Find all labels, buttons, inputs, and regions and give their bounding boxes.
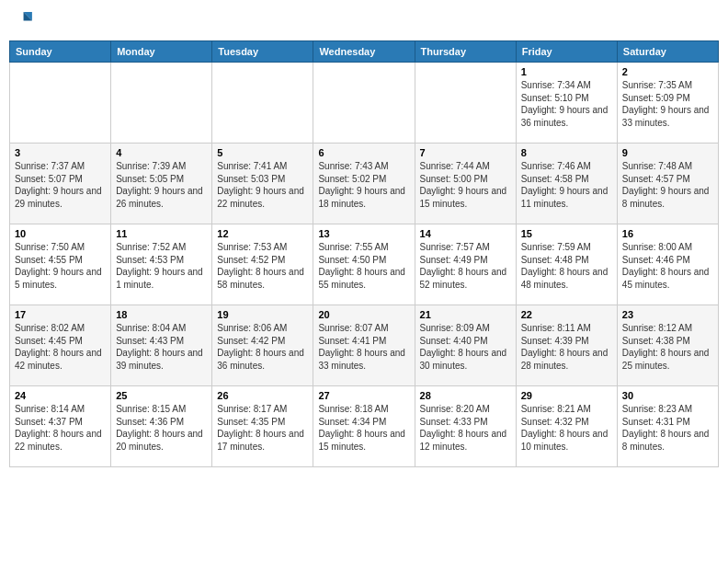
calendar-cell: 2Sunrise: 7:35 AM Sunset: 5:09 PM Daylig… — [617, 63, 718, 144]
weekday-header: Sunday — [10, 41, 111, 63]
day-info: Sunrise: 8:00 AM Sunset: 4:46 PM Dayligh… — [622, 241, 713, 291]
day-info: Sunrise: 8:15 AM Sunset: 4:36 PM Dayligh… — [116, 403, 207, 453]
calendar-cell: 1Sunrise: 7:34 AM Sunset: 5:10 PM Daylig… — [516, 63, 617, 144]
calendar-cell: 18Sunrise: 8:04 AM Sunset: 4:43 PM Dayli… — [111, 305, 212, 386]
day-number: 4 — [116, 147, 207, 158]
weekday-header: Friday — [516, 41, 617, 63]
calendar-cell: 15Sunrise: 7:59 AM Sunset: 4:48 PM Dayli… — [516, 224, 617, 305]
day-info: Sunrise: 8:04 AM Sunset: 4:43 PM Dayligh… — [116, 322, 207, 372]
day-number: 20 — [318, 309, 409, 320]
weekday-header: Monday — [111, 41, 212, 63]
calendar-cell: 17Sunrise: 8:02 AM Sunset: 4:45 PM Dayli… — [10, 305, 111, 386]
day-info: Sunrise: 8:17 AM Sunset: 4:35 PM Dayligh… — [217, 403, 308, 453]
calendar-cell: 11Sunrise: 7:52 AM Sunset: 4:53 PM Dayli… — [111, 224, 212, 305]
calendar-cell — [415, 63, 516, 144]
day-info: Sunrise: 8:14 AM Sunset: 4:37 PM Dayligh… — [15, 403, 106, 453]
calendar-cell: 22Sunrise: 8:11 AM Sunset: 4:39 PM Dayli… — [516, 305, 617, 386]
day-info: Sunrise: 7:37 AM Sunset: 5:07 PM Dayligh… — [15, 160, 106, 210]
calendar-cell: 20Sunrise: 8:07 AM Sunset: 4:41 PM Dayli… — [313, 305, 415, 386]
calendar-week-row: 1Sunrise: 7:34 AM Sunset: 5:10 PM Daylig… — [10, 63, 719, 144]
calendar-week-row: 3Sunrise: 7:37 AM Sunset: 5:07 PM Daylig… — [10, 144, 719, 224]
day-info: Sunrise: 7:59 AM Sunset: 4:48 PM Dayligh… — [521, 241, 612, 291]
day-number: 13 — [318, 228, 409, 239]
weekday-header: Wednesday — [313, 41, 415, 63]
calendar-cell: 9Sunrise: 7:48 AM Sunset: 4:57 PM Daylig… — [617, 144, 718, 224]
calendar-week-row: 10Sunrise: 7:50 AM Sunset: 4:55 PM Dayli… — [10, 224, 719, 305]
day-number: 19 — [217, 309, 308, 320]
day-info: Sunrise: 8:11 AM Sunset: 4:39 PM Dayligh… — [521, 322, 612, 372]
day-info: Sunrise: 8:23 AM Sunset: 4:31 PM Dayligh… — [622, 403, 713, 453]
day-number: 14 — [420, 228, 511, 239]
day-info: Sunrise: 7:41 AM Sunset: 5:03 PM Dayligh… — [217, 160, 308, 210]
day-number: 8 — [521, 147, 612, 158]
day-info: Sunrise: 8:06 AM Sunset: 4:42 PM Dayligh… — [217, 322, 308, 372]
calendar-cell: 4Sunrise: 7:39 AM Sunset: 5:05 PM Daylig… — [111, 144, 212, 224]
day-info: Sunrise: 8:21 AM Sunset: 4:32 PM Dayligh… — [521, 403, 612, 453]
weekday-header: Thursday — [415, 41, 516, 63]
logo-icon — [9, 9, 35, 35]
day-info: Sunrise: 7:34 AM Sunset: 5:10 PM Dayligh… — [521, 79, 612, 129]
day-info: Sunrise: 7:46 AM Sunset: 4:58 PM Dayligh… — [521, 160, 612, 210]
day-info: Sunrise: 7:44 AM Sunset: 5:00 PM Dayligh… — [420, 160, 511, 210]
day-info: Sunrise: 7:53 AM Sunset: 4:52 PM Dayligh… — [217, 241, 308, 291]
day-info: Sunrise: 7:50 AM Sunset: 4:55 PM Dayligh… — [15, 241, 106, 291]
calendar-cell: 10Sunrise: 7:50 AM Sunset: 4:55 PM Dayli… — [10, 224, 111, 305]
day-number: 6 — [318, 147, 409, 158]
logo — [9, 9, 37, 35]
calendar-cell: 19Sunrise: 8:06 AM Sunset: 4:42 PM Dayli… — [212, 305, 313, 386]
calendar-cell: 23Sunrise: 8:12 AM Sunset: 4:38 PM Dayli… — [617, 305, 718, 386]
day-number: 21 — [420, 309, 511, 320]
calendar-cell: 8Sunrise: 7:46 AM Sunset: 4:58 PM Daylig… — [516, 144, 617, 224]
calendar-cell — [111, 63, 212, 144]
day-number: 9 — [622, 147, 713, 158]
day-number: 11 — [116, 228, 207, 239]
day-number: 28 — [420, 390, 511, 401]
day-number: 18 — [116, 309, 207, 320]
calendar-cell: 3Sunrise: 7:37 AM Sunset: 5:07 PM Daylig… — [10, 144, 111, 224]
weekday-header: Saturday — [617, 41, 718, 63]
calendar-cell: 25Sunrise: 8:15 AM Sunset: 4:36 PM Dayli… — [111, 386, 212, 467]
day-number: 29 — [521, 390, 612, 401]
calendar-week-row: 24Sunrise: 8:14 AM Sunset: 4:37 PM Dayli… — [10, 386, 719, 467]
day-number: 5 — [217, 147, 308, 158]
day-number: 2 — [622, 66, 713, 77]
day-info: Sunrise: 7:55 AM Sunset: 4:50 PM Dayligh… — [318, 241, 409, 291]
day-info: Sunrise: 8:20 AM Sunset: 4:33 PM Dayligh… — [420, 403, 511, 453]
day-number: 16 — [622, 228, 713, 239]
day-info: Sunrise: 8:12 AM Sunset: 4:38 PM Dayligh… — [622, 322, 713, 372]
calendar-cell: 14Sunrise: 7:57 AM Sunset: 4:49 PM Dayli… — [415, 224, 516, 305]
calendar-header-row: SundayMondayTuesdayWednesdayThursdayFrid… — [10, 41, 719, 63]
day-number: 15 — [521, 228, 612, 239]
calendar-cell — [313, 63, 415, 144]
calendar-cell — [10, 63, 111, 144]
calendar-cell: 27Sunrise: 8:18 AM Sunset: 4:34 PM Dayli… — [313, 386, 415, 467]
day-number: 10 — [15, 228, 106, 239]
calendar-cell: 30Sunrise: 8:23 AM Sunset: 4:31 PM Dayli… — [617, 386, 718, 467]
day-info: Sunrise: 8:02 AM Sunset: 4:45 PM Dayligh… — [15, 322, 106, 372]
day-number: 25 — [116, 390, 207, 401]
day-number: 22 — [521, 309, 612, 320]
day-number: 1 — [521, 66, 612, 77]
calendar-cell: 26Sunrise: 8:17 AM Sunset: 4:35 PM Dayli… — [212, 386, 313, 467]
calendar-cell: 28Sunrise: 8:20 AM Sunset: 4:33 PM Dayli… — [415, 386, 516, 467]
calendar-week-row: 17Sunrise: 8:02 AM Sunset: 4:45 PM Dayli… — [10, 305, 719, 386]
calendar-cell: 21Sunrise: 8:09 AM Sunset: 4:40 PM Dayli… — [415, 305, 516, 386]
day-number: 27 — [318, 390, 409, 401]
calendar-cell: 6Sunrise: 7:43 AM Sunset: 5:02 PM Daylig… — [313, 144, 415, 224]
day-info: Sunrise: 7:57 AM Sunset: 4:49 PM Dayligh… — [420, 241, 511, 291]
calendar-cell — [212, 63, 313, 144]
day-number: 24 — [15, 390, 106, 401]
calendar-cell: 13Sunrise: 7:55 AM Sunset: 4:50 PM Dayli… — [313, 224, 415, 305]
day-number: 23 — [622, 309, 713, 320]
day-info: Sunrise: 7:52 AM Sunset: 4:53 PM Dayligh… — [116, 241, 207, 291]
calendar-cell: 16Sunrise: 8:00 AM Sunset: 4:46 PM Dayli… — [617, 224, 718, 305]
day-number: 30 — [622, 390, 713, 401]
day-number: 7 — [420, 147, 511, 158]
calendar-table: SundayMondayTuesdayWednesdayThursdayFrid… — [9, 40, 719, 467]
day-number: 3 — [15, 147, 106, 158]
calendar-cell: 29Sunrise: 8:21 AM Sunset: 4:32 PM Dayli… — [516, 386, 617, 467]
day-info: Sunrise: 7:48 AM Sunset: 4:57 PM Dayligh… — [622, 160, 713, 210]
day-info: Sunrise: 7:43 AM Sunset: 5:02 PM Dayligh… — [318, 160, 409, 210]
weekday-header: Tuesday — [212, 41, 313, 63]
calendar-cell: 7Sunrise: 7:44 AM Sunset: 5:00 PM Daylig… — [415, 144, 516, 224]
